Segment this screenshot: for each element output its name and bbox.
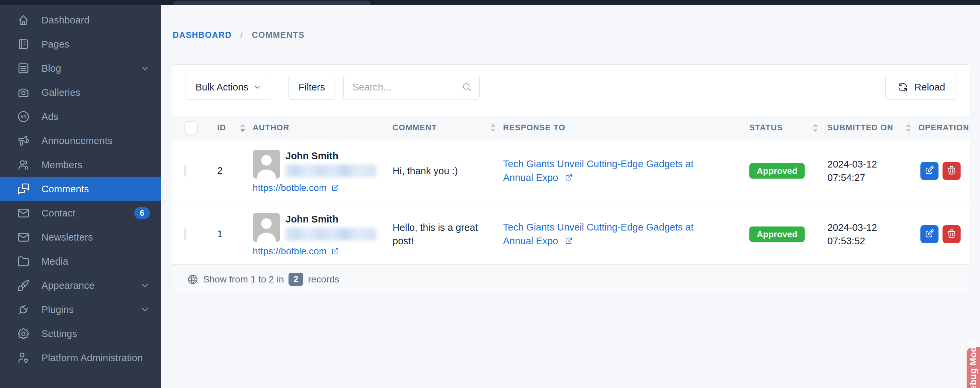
- records-info-prefix: Show from 1 to 2 in: [203, 274, 284, 285]
- select-all-checkbox[interactable]: [185, 121, 198, 134]
- debug-mode-label: Debug Mode: [968, 341, 978, 388]
- external-link-icon: [564, 173, 573, 182]
- response-post-title: Tech Giants Unveil Cutting-Edge Gadgets …: [503, 222, 694, 246]
- response-post-title: Tech Giants Unveil Cutting-Edge Gadgets …: [503, 158, 694, 183]
- filters-button[interactable]: Filters: [288, 75, 336, 99]
- author-website-link[interactable]: https://botble.com: [253, 246, 393, 257]
- sidebar-item-platform-administration[interactable]: Platform Administration: [0, 346, 161, 370]
- author-cell: John Smithhttps://botble.com: [253, 212, 393, 257]
- sidebar-item-pages[interactable]: Pages: [0, 32, 161, 56]
- sidebar-item-label: Galleries: [41, 87, 150, 98]
- edit-icon: [924, 165, 934, 176]
- edit-button[interactable]: [920, 225, 939, 243]
- sidebar-item-ads[interactable]: ADAds: [0, 105, 161, 129]
- delete-button[interactable]: [942, 225, 961, 243]
- sort-arrows-icon[interactable]: [813, 124, 818, 132]
- author-name: John Smith: [285, 214, 376, 225]
- column-header-submitted_on[interactable]: SUBMITTED ON: [826, 116, 918, 139]
- sidebar-item-members[interactable]: Members: [0, 153, 161, 177]
- sidebar-item-blog[interactable]: Blog: [0, 56, 161, 80]
- sort-arrows-icon[interactable]: [906, 124, 911, 132]
- status-badge: Approved: [749, 163, 805, 179]
- response-to-cell: Tech Giants Unveil Cutting-Edge Gadgets …: [503, 220, 745, 248]
- sidebar-item-label: Members: [41, 160, 150, 171]
- column-header-comment[interactable]: COMMENT: [393, 116, 503, 139]
- edit-button[interactable]: [920, 162, 939, 180]
- refresh-icon: [897, 81, 908, 93]
- delete-button[interactable]: [942, 162, 961, 180]
- sidebar-item-label: Announcements: [41, 136, 150, 147]
- avatar: [253, 213, 280, 242]
- debug-mode-tab[interactable]: Debug Mode: [967, 347, 980, 388]
- submitted-time: 07:54:27: [827, 171, 918, 184]
- author-email-redacted: [285, 228, 376, 241]
- breadcrumb: DASHBOARD / COMMENTS: [173, 30, 305, 40]
- search-input[interactable]: [344, 75, 480, 99]
- sidebar-item-label: Dashboard: [41, 15, 150, 26]
- sidebar-badge: 6: [134, 207, 150, 219]
- sidebar-item-label: Pages: [41, 39, 150, 50]
- breadcrumb-current: COMMENTS: [252, 30, 305, 40]
- row-checkbox[interactable]: [185, 164, 186, 177]
- row-checkbox[interactable]: [185, 228, 186, 240]
- column-header-id[interactable]: ID: [209, 116, 253, 139]
- sort-arrows-icon[interactable]: [240, 124, 245, 132]
- sidebar-item-galleries[interactable]: Galleries: [0, 80, 161, 105]
- sidebar-item-label: Appearance: [41, 280, 140, 291]
- main-content: DASHBOARD / COMMENTS Bulk Actions Filter…: [161, 5, 980, 388]
- sidebar-item-comments[interactable]: Comments: [0, 177, 161, 201]
- sidebar-item-settings[interactable]: Settings: [0, 322, 161, 346]
- sidebar-item-appearance[interactable]: Appearance: [0, 273, 161, 297]
- external-link-icon: [331, 184, 339, 192]
- response-post-link[interactable]: Tech Giants Unveil Cutting-Edge Gadgets …: [503, 222, 694, 246]
- bulk-actions-button[interactable]: Bulk Actions: [185, 75, 272, 99]
- records-info-suffix: records: [308, 274, 339, 285]
- status-badge: Approved: [749, 227, 805, 242]
- submitted-date: 2024-03-12: [827, 158, 918, 171]
- author-website-text: https://botble.com: [253, 183, 327, 193]
- table-toolbar: Bulk Actions Filters Reload: [185, 75, 957, 99]
- sidebar-item-media[interactable]: Media: [0, 249, 161, 273]
- sidebar-item-dashboard[interactable]: Dashboard: [0, 8, 161, 32]
- bulk-actions-label: Bulk Actions: [196, 82, 248, 93]
- author-website-link[interactable]: https://botble.com: [253, 183, 393, 193]
- id-cell: 2: [209, 165, 253, 176]
- sidebar-item-label: Newsletters: [41, 232, 150, 243]
- column-label: RESPONSE TO: [503, 123, 565, 133]
- trash-icon: [947, 228, 956, 240]
- column-label: COMMENT: [393, 123, 437, 133]
- chevron-down-icon: [140, 305, 150, 315]
- chevron-down-icon: [253, 83, 262, 91]
- column-label: SUBMITTED ON: [827, 123, 893, 133]
- sidebar-item-label: Media: [41, 256, 150, 267]
- row-checkbox-cell: [172, 165, 209, 176]
- chevron-down-icon: [140, 63, 150, 73]
- contact-icon: [17, 206, 30, 220]
- media-icon: [17, 255, 30, 268]
- reload-button[interactable]: Reload: [885, 75, 957, 99]
- column-label: OPERATIONS: [918, 123, 970, 133]
- members-icon: [17, 158, 30, 172]
- sidebar: DashboardPagesBlogGalleriesADAdsAnnounce…: [0, 5, 161, 388]
- sidebar-item-newsletters[interactable]: Newsletters: [0, 225, 161, 249]
- response-post-link[interactable]: Tech Giants Unveil Cutting-Edge Gadgets …: [503, 158, 694, 183]
- submitted-date: 2024-03-12: [827, 221, 918, 234]
- comments-icon: [17, 182, 30, 196]
- sidebar-item-label: Blog: [41, 63, 140, 74]
- sidebar-item-plugins[interactable]: Plugins: [0, 297, 161, 322]
- plugins-icon: [17, 303, 30, 316]
- search-box: [344, 75, 480, 99]
- sort-arrows-icon[interactable]: [490, 124, 496, 132]
- galleries-icon: [17, 86, 30, 99]
- author-website-text: https://botble.com: [253, 246, 327, 257]
- column-header-status[interactable]: STATUS: [745, 116, 826, 139]
- comments-table: IDAUTHORCOMMENTRESPONSE TOSTATUSSUBMITTE…: [172, 116, 970, 266]
- appearance-icon: [17, 279, 30, 292]
- column-header-operations: OPERATIONS: [918, 116, 970, 139]
- sidebar-item-contact[interactable]: Contact6: [0, 201, 161, 225]
- breadcrumb-dashboard-link[interactable]: DASHBOARD: [173, 30, 232, 40]
- sidebar-item-announcements[interactable]: Announcements: [0, 129, 161, 153]
- sidebar-item-label: Contact: [41, 208, 129, 219]
- breadcrumb-separator: /: [240, 30, 243, 40]
- operations-cell: [918, 225, 970, 243]
